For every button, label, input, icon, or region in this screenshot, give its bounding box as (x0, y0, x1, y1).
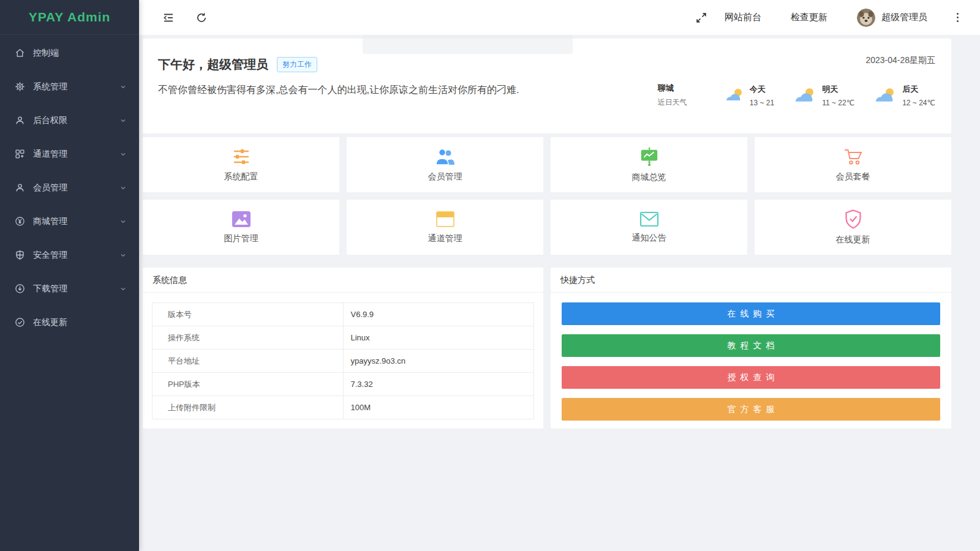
yuan-circle-icon (15, 216, 25, 227)
shortcut-label: 会员套餐 (836, 171, 870, 182)
sidebar-item-label: 通道管理 (33, 149, 119, 160)
users-icon (434, 147, 456, 167)
current-user-name[interactable]: 超级管理员 (881, 12, 927, 23)
quick-links-panel: 快捷方式 在线购买 教程文档 授权查询 官方客服 (551, 268, 951, 429)
channel-grid-icon (15, 149, 25, 159)
sidebar-item-label: 商城管理 (33, 216, 119, 227)
admin-user-icon (15, 115, 25, 126)
check-circle-icon (15, 317, 25, 328)
info-label: 平台地址 (153, 350, 344, 373)
tutorial-docs-button[interactable]: 教程文档 (562, 334, 940, 357)
table-row: PHP版本 7.3.32 (153, 373, 534, 396)
info-label: PHP版本 (153, 373, 344, 396)
weather-day-label: 明天 (822, 84, 854, 95)
info-value: V6.9.9 (343, 303, 534, 326)
sidebar-item-system[interactable]: 系统管理 (0, 70, 139, 103)
shortcut-label: 通知公告 (632, 233, 666, 244)
envelope-icon (639, 211, 660, 228)
chevron-down-icon (119, 184, 127, 192)
cart-icon (843, 147, 864, 167)
weather-day: 后天 12 ~ 24℃ (873, 84, 935, 107)
weather-day-temp: 11 ~ 22℃ (822, 99, 854, 107)
shortcut-grid: 系统配置 会员管理 商城总览 会员套餐 图片管理 通道管理 通知公告 在线更新 (143, 137, 951, 255)
frontend-link[interactable]: 网站前台 (725, 12, 761, 23)
sidebar-item-mall[interactable]: 商城管理 (0, 204, 139, 238)
license-query-button[interactable]: 授权查询 (562, 366, 940, 389)
shield-check-icon (843, 209, 863, 230)
daily-quote: 不管你曾经被伤害得有多深,总会有一个人的出现,让你原谅之前生活对你所有的刁难. (158, 84, 519, 97)
sidebar-item-label: 在线更新 (33, 317, 127, 328)
chevron-down-icon (119, 83, 127, 91)
sidebar-item-label: 控制端 (33, 48, 127, 59)
fullscreen-icon[interactable] (695, 12, 707, 24)
sidebar-item-members[interactable]: 会员管理 (0, 171, 139, 204)
sidebar-item-label: 系统管理 (33, 81, 119, 92)
table-row: 版本号 V6.9.9 (153, 303, 534, 326)
sidebar-item-label: 安全管理 (33, 250, 119, 261)
system-info-panel: 系统信息 版本号 V6.9.9 操作系统 Linux 平台地址 ypayysz.… (143, 268, 543, 429)
weather-subtitle: 近日天气 (658, 97, 687, 108)
shortcut-card-channel-mgmt[interactable]: 通道管理 (347, 200, 543, 255)
system-info-title: 系统信息 (143, 268, 543, 293)
info-label: 操作系统 (153, 326, 344, 350)
kebab-menu-icon[interactable] (952, 12, 963, 24)
header-right-group: 网站前台 检查更新 超级管理员 (695, 9, 980, 27)
table-row: 操作系统 Linux (153, 326, 534, 350)
info-label: 上传附件限制 (153, 396, 344, 419)
shortcut-card-member-packages[interactable]: 会员套餐 (755, 137, 951, 192)
chevron-down-icon (119, 285, 127, 293)
info-label: 版本号 (153, 303, 344, 326)
info-value: 100M (343, 396, 534, 419)
sidebar-item-label: 下载管理 (33, 283, 119, 294)
gear-icon (15, 81, 25, 92)
collapse-menu-icon[interactable] (162, 12, 175, 24)
sidebar-item-online-update[interactable]: 在线更新 (0, 305, 139, 339)
chevron-down-icon (119, 252, 127, 259)
shortcut-card-system-config[interactable]: 系统配置 (143, 137, 339, 192)
sidebar-nav: 控制端 系统管理 后台权限 通道管理 (0, 35, 139, 339)
official-support-button[interactable]: 官方客服 (562, 398, 940, 421)
sidebar-item-downloads[interactable]: 下载管理 (0, 272, 139, 305)
sidebar-item-permissions[interactable]: 后台权限 (0, 103, 139, 137)
info-value: 7.3.32 (343, 373, 534, 396)
weather-city-block: 聊城 近日天气 (658, 83, 687, 108)
quick-links-title: 快捷方式 (551, 268, 951, 293)
weather-day: 明天 11 ~ 22℃ (793, 84, 854, 107)
greeting-title: 下午好，超级管理员 (158, 56, 268, 73)
weather-city: 聊城 (658, 83, 687, 94)
sidebar-item-label: 会员管理 (33, 182, 119, 193)
weather-widget: 聊城 近日天气 今天 13 ~ 21 明天 11 ~ 22℃ 后天 12 ~ 2… (658, 83, 935, 108)
shortcut-label: 在线更新 (836, 234, 870, 246)
refresh-icon[interactable] (195, 12, 208, 24)
shield-icon (15, 250, 25, 260)
member-user-icon (15, 182, 25, 193)
buy-online-button[interactable]: 在线购买 (562, 302, 940, 325)
shortcut-card-image-mgmt[interactable]: 图片管理 (143, 200, 339, 255)
sidebar-item-security[interactable]: 安全管理 (0, 238, 139, 272)
sidebar-item-console[interactable]: 控制端 (0, 36, 139, 70)
shortcut-label: 系统配置 (224, 171, 258, 182)
home-icon (15, 48, 25, 58)
weather-day-temp: 13 ~ 21 (750, 99, 774, 107)
shortcut-card-mall-overview[interactable]: 商城总览 (551, 137, 747, 192)
download-circle-icon (15, 283, 25, 294)
weather-day: 今天 13 ~ 21 (723, 84, 774, 107)
status-badge: 努力工作 (277, 57, 317, 72)
chevron-down-icon (119, 117, 127, 124)
chevron-down-icon (119, 151, 127, 158)
shortcut-card-notices[interactable]: 通知公告 (551, 200, 747, 255)
shortcut-card-online-update[interactable]: 在线更新 (755, 200, 951, 255)
chevron-down-icon (119, 218, 127, 225)
sidebar-item-channels[interactable]: 通道管理 (0, 137, 139, 171)
sun-cloud-icon (873, 86, 897, 105)
check-update-link[interactable]: 检查更新 (791, 12, 827, 23)
sidebar-item-label: 后台权限 (33, 115, 119, 126)
shortcut-label: 图片管理 (224, 233, 258, 244)
top-header: 网站前台 检查更新 超级管理员 (139, 0, 980, 35)
image-icon (231, 210, 252, 228)
shortcut-card-member-mgmt[interactable]: 会员管理 (347, 137, 543, 192)
sun-cloud-icon (793, 86, 817, 105)
info-value: Linux (343, 326, 534, 350)
shortcut-label: 通道管理 (428, 233, 462, 244)
avatar[interactable] (857, 9, 875, 27)
